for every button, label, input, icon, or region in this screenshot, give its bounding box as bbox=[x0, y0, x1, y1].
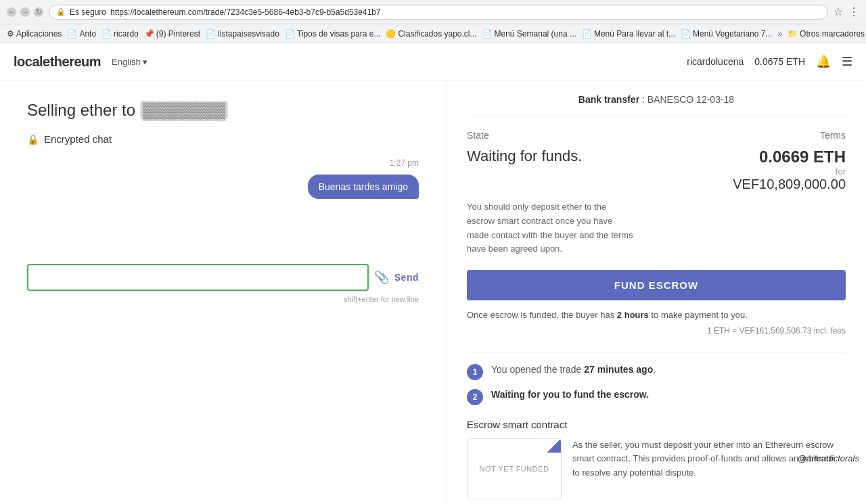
bank-transfer-label: Bank transfer bbox=[578, 94, 639, 105]
terms-label: Terms bbox=[820, 130, 846, 141]
more-icon[interactable]: ⋮ bbox=[848, 5, 859, 18]
state-terms-row: State Terms bbox=[467, 130, 846, 141]
chat-input[interactable] bbox=[27, 264, 369, 291]
state-description: You should only deposit ether to the esc… bbox=[467, 200, 636, 256]
header-right: ricardolucena 0.0675 ETH 🔔 ☰ bbox=[687, 54, 852, 69]
exchange-rate: 1 ETH = VEF161,569,506.73 incl. fees bbox=[467, 326, 846, 336]
chat-timestamp: 1:27 pm bbox=[27, 158, 419, 168]
eth-for: for bbox=[733, 166, 846, 177]
browser-bar: ← → ↻ 🔒 Es seguro https://localethereum.… bbox=[0, 0, 866, 24]
language-selector[interactable]: English ▾ bbox=[112, 57, 147, 67]
eth-balance: 0.0675 ETH bbox=[754, 56, 805, 67]
address-bar[interactable]: 🔒 Es seguro https://localethereum.com/tr… bbox=[49, 5, 828, 20]
attach-icon[interactable]: 📎 bbox=[374, 270, 389, 285]
eth-amount: 0.0669 ETH bbox=[733, 147, 846, 166]
vef-amount: VEF10,809,000.00 bbox=[733, 177, 846, 192]
step-2-badge: 2 bbox=[467, 389, 483, 405]
bookmarks-more[interactable]: » bbox=[777, 29, 782, 39]
username[interactable]: ricardolucena bbox=[687, 56, 744, 67]
language-label: English bbox=[112, 57, 141, 67]
escrow-section-title: Escrow smart contract bbox=[467, 419, 846, 430]
trade-title: Selling ether to ▓▓▓▓▓▓▓ bbox=[27, 101, 419, 120]
state-label: State bbox=[467, 130, 489, 141]
fund-escrow-button[interactable]: FUND ESCROW bbox=[467, 270, 846, 300]
bank-transfer-value: : bbox=[642, 94, 647, 105]
bookmark-icon[interactable]: ☆ bbox=[834, 5, 843, 18]
bookmark-otros[interactable]: 📁 Otros marcadores bbox=[788, 29, 865, 39]
left-panel: Selling ether to ▓▓▓▓▓▓▓ 🔒 Encrypted cha… bbox=[0, 81, 447, 504]
escrow-card: NOT YET FUNDED bbox=[467, 438, 562, 499]
chat-section-label: Encrypted chat bbox=[44, 133, 112, 145]
bookmark-apps[interactable]: ⚙ Aplicaciones bbox=[7, 29, 62, 39]
bookmarks-bar: ⚙ Aplicaciones 📄 Anto 📄 ricardo 📌 (9) Pi… bbox=[0, 24, 866, 43]
refresh-button[interactable]: ↻ bbox=[34, 7, 43, 17]
waiting-text: Waiting for funds. bbox=[467, 147, 582, 165]
chat-input-row: 📎 Send bbox=[27, 264, 419, 291]
chat-area: 1:27 pm Buenas tardes amigo bbox=[27, 158, 419, 253]
bookmark-ricardo[interactable]: 📄 ricardo bbox=[101, 29, 139, 39]
chat-hint: shift+enter for new line bbox=[27, 295, 419, 303]
notification-icon[interactable]: 🔔 bbox=[816, 54, 831, 69]
bookmark-listapaises[interactable]: 📄 listapaisesvisado bbox=[206, 29, 279, 39]
lock-icon: 🔒 bbox=[27, 134, 39, 145]
logo[interactable]: localethereum bbox=[14, 54, 101, 70]
step-2-text: Waiting for you to fund the escrow. bbox=[491, 388, 649, 402]
secure-icon: 🔒 bbox=[56, 7, 66, 16]
logo-bold: ethereum bbox=[43, 54, 101, 69]
trade-title-user: ▓▓▓▓▓▓▓ bbox=[140, 101, 228, 119]
chat-bubble: Buenas tardes amigo bbox=[308, 175, 419, 199]
step-1-text: You opened the trade 27 minutes ago. bbox=[491, 363, 656, 377]
bookmark-anto[interactable]: 📄 Anto bbox=[67, 29, 96, 39]
menu-icon[interactable]: ☰ bbox=[842, 54, 852, 69]
bank-transfer-info: Bank transfer : BANESCO 12-03-18 bbox=[467, 94, 846, 116]
bank-transfer-detail: BANESCO 12-03-18 bbox=[647, 94, 734, 105]
step-2-row: 2 Waiting for you to fund the escrow. bbox=[467, 388, 846, 405]
eth-amount-block: 0.0669 ETH for VEF10,809,000.00 bbox=[733, 147, 846, 192]
chevron-down-icon: ▾ bbox=[143, 57, 147, 67]
send-button[interactable]: Send bbox=[394, 272, 419, 283]
browser-actions: ☆ ⋮ bbox=[834, 5, 859, 18]
escrow-description: As the seller, you must deposit your eth… bbox=[572, 438, 846, 480]
step-1-badge: 1 bbox=[467, 364, 483, 380]
main-layout: Selling ether to ▓▓▓▓▓▓▓ 🔒 Encrypted cha… bbox=[0, 81, 866, 504]
bookmark-menu-llevar[interactable]: 📄 Menú Para llevar al t... bbox=[582, 29, 675, 39]
escrow-card-row: NOT YET FUNDED As the seller, you must d… bbox=[467, 438, 846, 499]
escrow-card-label: NOT YET FUNDED bbox=[474, 459, 555, 478]
chat-section-title: 🔒 Encrypted chat bbox=[27, 133, 419, 145]
bookmark-tipos[interactable]: 📄 Tipos de visas para e... bbox=[285, 29, 381, 39]
browser-controls: ← → ↻ bbox=[7, 7, 43, 17]
bookmark-menu-veg[interactable]: 📄 Menú Vegetariano 7... bbox=[681, 29, 772, 39]
app-header: localethereum English ▾ ricardolucena 0.… bbox=[0, 43, 866, 81]
bookmark-clasificados[interactable]: 🟡 Clasificados yapo.cl... bbox=[386, 29, 476, 39]
right-panel: Bank transfer : BANESCO 12-03-18 State T… bbox=[447, 81, 866, 504]
divider bbox=[467, 352, 846, 352]
waiting-row: Waiting for funds. 0.0669 ETH for VEF10,… bbox=[467, 147, 846, 192]
secure-label: Es seguro bbox=[70, 7, 106, 17]
trade-title-selling: Selling ether to bbox=[27, 101, 135, 119]
forward-button[interactable]: → bbox=[20, 7, 30, 17]
bookmark-menu-semanal[interactable]: 📄 Menú Semanal (una ... bbox=[482, 29, 576, 39]
escrow-note: Once escrow is funded, the buyer has 2 h… bbox=[467, 308, 846, 322]
url-text: https://localethereum.com/trade/7234c3e5… bbox=[110, 7, 381, 17]
bookmark-pinterest[interactable]: 📌 (9) Pinterest bbox=[144, 29, 200, 39]
step-1-row: 1 You opened the trade 27 minutes ago. bbox=[467, 363, 846, 380]
logo-light: local bbox=[14, 54, 43, 69]
back-button[interactable]: ← bbox=[7, 7, 16, 17]
